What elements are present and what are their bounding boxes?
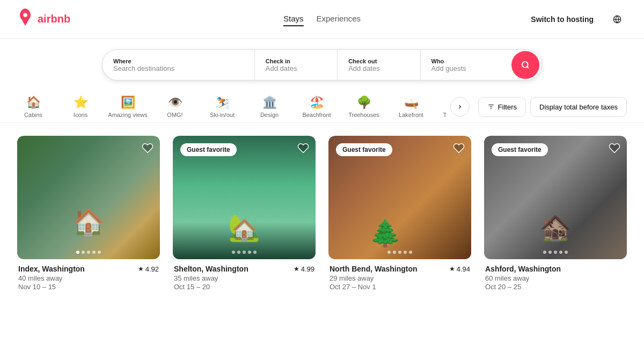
guest-favorite-badge: Guest favorite (492, 143, 548, 156)
svg-point-2 (522, 62, 528, 68)
dot-2 (243, 251, 246, 254)
category-item-amazing-views[interactable]: 🖼️ Amazing views (112, 93, 144, 120)
category-item-icons[interactable]: ⭐ Icons (64, 93, 97, 120)
star-icon: ★ (138, 265, 144, 273)
switch-hosting-button[interactable]: Switch to hosting (523, 11, 601, 28)
filters-button[interactable]: Filters (478, 97, 526, 117)
listing-info-1: Index, Washington ★4.92 40 miles away No… (17, 259, 160, 291)
tiny-homes-label: Tiny homes (443, 112, 446, 118)
dot-0 (76, 251, 79, 254)
wishlist-button-3[interactable] (453, 142, 465, 157)
guest-favorite-badge: Guest favorite (180, 143, 237, 156)
amazing-views-label: Amazing views (108, 112, 147, 118)
checkin-label: Check in (266, 58, 326, 64)
checkout-value: Add dates (348, 64, 409, 72)
dot-2 (398, 251, 401, 254)
globe-button[interactable] (608, 10, 627, 29)
filter-icon (487, 103, 495, 111)
rating-value: 4.92 (145, 265, 159, 273)
category-item-cabins[interactable]: 🏠 Cabins (17, 93, 49, 120)
who-field[interactable]: Who Add guests (421, 50, 512, 80)
amazing-views-icon: 🖼️ (121, 96, 135, 109)
category-item-lakefront[interactable]: 🛶 Lakefront (395, 93, 427, 120)
listing-location-2: Shelton, Washington (174, 265, 248, 273)
category-bar: 🏠 Cabins ⭐ Icons 🖼️ Amazing views 👁️ OMG… (0, 87, 644, 123)
listing-location-row: North Bend, Washington ★4.94 (330, 265, 470, 273)
category-next-button[interactable] (450, 97, 470, 116)
listing-location-row: Index, Washington ★4.92 (18, 265, 159, 273)
nav-experiences[interactable]: Experiences (316, 12, 361, 26)
listing-card-2[interactable]: Guest favorite Shelton, Washington ★4.99… (173, 136, 316, 291)
rating-value: 4.94 (457, 265, 470, 273)
search-container: Where Search destinations Check in Add d… (0, 39, 644, 87)
header: airbnb Stays Experiences Switch to hosti… (0, 0, 644, 39)
display-label: Display total before taxes (539, 103, 618, 111)
nav-stays[interactable]: Stays (283, 12, 304, 26)
listing-distance-4: 60 miles away (485, 274, 626, 282)
category-item-design[interactable]: 🏛️ Design (253, 93, 286, 120)
listing-card-1[interactable]: Index, Washington ★4.92 40 miles away No… (17, 136, 160, 291)
dot-2 (554, 251, 557, 254)
lakefront-label: Lakefront (399, 112, 423, 118)
wishlist-button-1[interactable] (142, 142, 153, 157)
category-item-beachfront[interactable]: 🏖️ Beachfront (301, 93, 333, 120)
dot-3 (559, 251, 562, 254)
logo[interactable]: airbnb (17, 9, 70, 30)
header-right: Switch to hosting (523, 10, 627, 29)
logo-text: airbnb (38, 13, 70, 25)
listing-rating-2: ★4.99 (294, 265, 314, 273)
dot-1 (82, 251, 85, 254)
listing-dates-2: Oct 15 – 20 (174, 283, 314, 291)
heart-icon (453, 142, 465, 154)
beachfront-icon: 🏖️ (310, 96, 324, 109)
checkin-field[interactable]: Check in Add dates (255, 50, 338, 80)
listing-card-3[interactable]: Guest favorite North Bend, Washington ★4… (328, 136, 471, 291)
display-total-button[interactable]: Display total before taxes (530, 97, 627, 117)
category-item-treehouses[interactable]: 🌳 Treehouses (348, 93, 380, 120)
dot-4 (253, 251, 257, 254)
omg-label: OMG! (167, 112, 182, 118)
ski-in-out-label: Ski-in/out (210, 112, 235, 118)
wishlist-button-4[interactable] (609, 142, 620, 157)
search-bar: Where Search destinations Check in Add d… (102, 49, 542, 80)
category-item-omg[interactable]: 👁️ OMG! (159, 93, 191, 120)
listing-distance-1: 40 miles away (18, 274, 159, 282)
listing-distance-3: 29 miles away (330, 274, 470, 282)
dot-1 (548, 251, 552, 254)
svg-line-3 (527, 67, 529, 68)
where-label: Where (113, 58, 244, 64)
dot-4 (565, 251, 568, 254)
dot-0 (387, 251, 391, 254)
guest-favorite-badge: Guest favorite (336, 143, 392, 156)
listing-location-1: Index, Washington (18, 265, 85, 273)
category-item-ski-in-out[interactable]: ⛷️ Ski-in/out (206, 93, 238, 120)
image-dots-4 (543, 251, 568, 254)
filters-label: Filters (498, 103, 517, 111)
icons-icon: ⭐ (74, 96, 88, 109)
where-value: Search destinations (113, 64, 244, 72)
star-icon: ★ (449, 265, 455, 273)
listing-dates-1: Nov 10 – 15 (18, 283, 159, 291)
wishlist-button-2[interactable] (297, 142, 309, 157)
checkout-field[interactable]: Check out Add dates (338, 50, 420, 80)
dot-0 (543, 251, 546, 254)
listing-info-3: North Bend, Washington ★4.94 29 miles aw… (328, 259, 471, 291)
image-dots-3 (387, 251, 412, 254)
search-button[interactable] (511, 51, 539, 79)
dot-3 (404, 251, 407, 254)
dot-0 (232, 251, 235, 254)
listing-location-4: Ashford, Washington (485, 265, 561, 273)
dot-4 (98, 251, 101, 254)
image-dots-1 (76, 251, 101, 254)
listing-card-4[interactable]: Guest favorite Ashford, Washington 60 mi… (484, 136, 627, 291)
main-nav: Stays Experiences (283, 12, 361, 26)
who-value: Add guests (431, 64, 501, 72)
category-item-tiny-homes[interactable]: 🏡 Tiny homes (442, 93, 446, 120)
icons-label: Icons (74, 112, 87, 118)
dot-3 (92, 251, 96, 254)
where-field[interactable]: Where Search destinations (103, 50, 255, 80)
listing-location-row: Ashford, Washington (485, 265, 626, 273)
dot-1 (237, 251, 240, 254)
rating-value: 4.99 (301, 265, 314, 273)
treehouses-label: Treehouses (348, 112, 379, 118)
